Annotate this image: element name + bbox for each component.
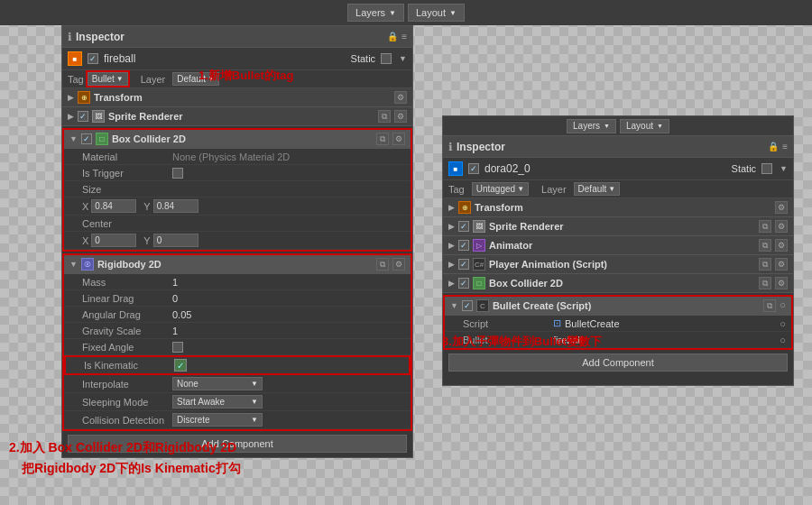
animator-checkbox[interactable] [458,240,469,251]
size-x-input[interactable] [91,199,136,213]
right-sprite-settings-icon[interactable]: ⚙ [775,220,788,233]
box-collider-label: Box Collider 2D [112,133,186,144]
player-anim-checkbox[interactable] [458,259,469,270]
bullet-create-copy-icon[interactable]: ⧉ [763,299,776,312]
info-icon: ℹ [68,31,72,43]
layers-dropdown[interactable]: Layers ▼ [347,4,404,22]
layer-label: Layer [141,74,166,85]
right-layer-dropdown[interactable]: Default ▼ [574,182,621,196]
collider-copy-icon[interactable]: ⧉ [376,133,389,145]
right-add-component-button[interactable]: Add Component [448,354,788,372]
player-anim-copy-icon[interactable]: ⧉ [759,258,771,271]
right-menu-icon[interactable]: ≡ [782,142,788,152]
collider-arrow-icon: ▼ [69,134,78,143]
player-anim-label: Player Animation (Script) [489,259,607,270]
right-sprite-arrow-icon: ▶ [448,222,455,231]
right-active-checkbox[interactable] [468,163,479,174]
right-collider-checkbox[interactable] [458,278,469,289]
right-box-collider-section-header[interactable]: ▶ □ Box Collider 2D ⧉ ⚙ [443,274,793,293]
animator-symbol: ▷ [476,242,482,250]
player-anim-right: ⧉ ⚙ [759,258,788,271]
interpolate-value: None [177,379,198,389]
player-anim-settings-icon[interactable]: ⚙ [775,258,788,271]
animator-copy-icon[interactable]: ⧉ [759,239,771,252]
layout-arrow-icon: ▼ [449,9,457,17]
sprite-renderer-section-header[interactable]: ▶ 🖼 Sprite Renderer ⧉ ⚙ [62,107,412,126]
right-sprite-copy-icon[interactable]: ⧉ [759,220,771,233]
tag-label: Tag [68,74,84,85]
right-static-checkbox[interactable] [761,163,772,174]
size-y-input[interactable] [153,199,198,213]
player-anim-arrow-icon: ▶ [448,260,455,269]
transform-section-header[interactable]: ▶ ⊕ Transform ⚙ [62,88,412,107]
collision-detection-dropdown[interactable]: Discrete ▼ [172,413,263,427]
sprite-checkbox[interactable] [78,111,88,122]
right-sprite-section-header[interactable]: ▶ 🖼 Sprite Renderer ⧉ ⚙ [443,217,793,236]
collider-settings-icon[interactable]: ⚙ [392,133,405,145]
mass-row: Mass 1 [64,274,411,290]
right-object-icon: ■ [448,161,463,176]
right-sprite-checkbox[interactable] [458,221,469,232]
right-transform-section-header[interactable]: ▶ ⊕ Transform ⚙ [443,198,793,217]
object-name: fireball [104,52,135,65]
sprite-copy-icon[interactable]: ⧉ [378,110,391,123]
rigidbody-copy-icon[interactable]: ⧉ [376,258,389,271]
right-layers-dropdown[interactable]: Layers ▼ [567,119,616,133]
mass-value: 1 [172,277,405,288]
lock-icon[interactable]: 🔒 [387,32,398,41]
right-lock-icon[interactable]: 🔒 [768,142,779,152]
is-trigger-checkbox[interactable] [172,168,183,179]
menu-icon[interactable]: ≡ [401,32,407,41]
right-cube-icon: ■ [454,165,458,173]
rigidbody-section-header[interactable]: ▼ ⦿ Rigidbody 2D ⧉ ⚙ [64,255,411,274]
animator-settings-icon[interactable]: ⚙ [775,239,788,252]
left-inspector-panel: ℹ Inspector 🔒 ≡ ■ fireball Static ▼ Tag … [61,25,413,458]
collision-detection-row: Collision Detection Discrete ▼ [64,411,411,429]
transform-settings-icon[interactable]: ⚙ [394,91,407,104]
right-layout-dropdown[interactable]: Layout ▼ [620,119,669,133]
center-y-input[interactable] [153,234,198,247]
bullet-create-checkbox[interactable] [462,300,473,311]
right-tag-dropdown[interactable]: Untagged ▼ [472,182,529,196]
center-label: Center [82,218,172,229]
box-collider-section-header[interactable]: ▼ □ Box Collider 2D ⧉ ⚙ [64,130,411,149]
bullet-create-settings-icon[interactable]: ○ [780,299,786,312]
animator-section-header[interactable]: ▶ ▷ Animator ⧉ ⚙ [443,236,793,255]
is-kinematic-checkbox[interactable] [174,359,187,372]
bullet-create-section-header[interactable]: ▼ C Bullet Create (Script) ⧉ ○ [445,297,791,316]
right-tag-layer-row: Tag Untagged ▼ Layer Default ▼ [443,180,793,198]
rigidbody-symbol: ⦿ [84,261,91,269]
interpolate-dropdown[interactable]: None ▼ [172,377,263,390]
script-row: Script ⊡ BulletCreate ○ [445,316,791,332]
bullet-circle-icon[interactable]: ○ [780,335,786,345]
annotation-3: 3.加入子彈物件到Bullet變數下 [442,334,602,350]
right-layer-arrow-icon: ▼ [608,185,615,193]
fixed-angle-checkbox[interactable] [172,342,183,353]
right-transform-settings-icon[interactable]: ⚙ [775,201,788,214]
sleeping-mode-dropdown[interactable]: Start Awake ▼ [172,395,263,409]
right-object-row: ■ dora02_0 Static ▼ [443,158,793,180]
right-collider-copy-icon[interactable]: ⧉ [759,277,771,289]
right-collider-settings-icon[interactable]: ⚙ [775,277,788,289]
static-arrow-icon[interactable]: ▼ [399,54,407,63]
bullet-create-icon: C [476,299,489,312]
player-anim-section-header[interactable]: ▶ C# Player Animation (Script) ⧉ ⚙ [443,255,793,274]
right-layout-arrow-icon: ▼ [657,123,663,129]
collider-checkbox[interactable] [81,133,92,144]
active-checkbox[interactable] [88,53,98,64]
right-sprite-symbol: 🖼 [475,223,483,231]
rigidbody-label: Rigidbody 2D [97,259,161,270]
static-checkbox[interactable] [381,53,392,64]
tag-dropdown[interactable]: Bullet ▼ [88,72,128,86]
layout-dropdown[interactable]: Layout ▼ [408,4,465,22]
script-circle-icon[interactable]: ○ [780,318,786,329]
gravity-scale-value: 1 [172,326,405,336]
right-static-arrow-icon[interactable]: ▼ [780,164,788,173]
center-x-input[interactable] [91,234,136,247]
rigidbody-settings-icon[interactable]: ⚙ [392,258,405,271]
sprite-settings-icon[interactable]: ⚙ [394,110,407,123]
mass-label: Mass [82,277,172,288]
layout-label: Layout [416,7,446,18]
annotation-1: 1.新增Bullet的tag [198,68,293,84]
sleeping-mode-label: Sleeping Mode [82,397,172,408]
